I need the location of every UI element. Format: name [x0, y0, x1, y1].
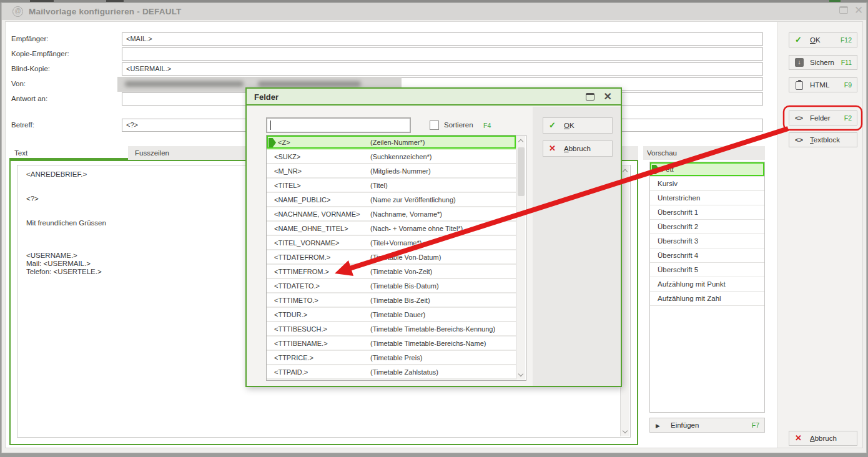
preview-style-item[interactable]: Überschrift 2: [650, 220, 764, 234]
field-row[interactable]: <TITEL_VORNAME> (Titel+Vorname*): [267, 236, 516, 250]
einfuegen-button[interactable]: ▶ Einfügen F7: [649, 418, 765, 433]
field-row[interactable]: <TTPRICE.> (Timetable Preis): [267, 351, 516, 365]
form-row: Empfänger: <MAIL.>: [11, 32, 763, 46]
angle-brackets-icon: <>: [795, 133, 806, 147]
fkey-label: F12: [841, 33, 852, 47]
abbruch-button[interactable]: ✕ Abbruch: [789, 431, 857, 446]
field-description: (Zeilen-Nummer*): [370, 135, 425, 150]
preview-style-item[interactable]: Aufzählung mit Zahl: [650, 292, 764, 306]
field-placeholder: <TTDUR.>: [274, 308, 307, 322]
input-value: <USERMAIL.>: [126, 65, 171, 72]
preview-style-item[interactable]: Überschrift 1: [650, 205, 764, 220]
field-description: (Timetable Zahlstatus): [370, 365, 438, 380]
scroll-up-icon: [518, 139, 523, 144]
sichern-button[interactable]: ↓ Sichern F11: [789, 55, 857, 70]
angle-brackets-icon: <>: [795, 111, 806, 125]
field-row[interactable]: <TTTIMETO.> (Timetable Bis-Zeit): [267, 293, 516, 308]
play-icon: ▶: [656, 419, 667, 433]
field-placeholder: <TITEL_VORNAME>: [274, 236, 340, 250]
field-row[interactable]: <M_NR> (Mitglieds-Nummer): [267, 164, 516, 179]
field-placeholder: <TTTIBESUCH.>: [274, 322, 327, 337]
field-description: (Timetable Timetable-Bereichs-Kennung): [370, 322, 495, 337]
button-label: Felder: [810, 111, 831, 125]
felder-dialog: Felder ✕ Sortieren F4 ✓ OK ✕ Abbruch <Z>…: [245, 87, 622, 387]
tab[interactable]: Text: [9, 146, 128, 160]
field-label: Kopie-Empfänger:: [11, 50, 69, 57]
maximize-icon[interactable]: [839, 6, 848, 14]
field-row[interactable]: <NACHNAME, VORNAME> (Nachname, Vorname*): [267, 207, 516, 222]
preview-style-item[interactable]: Kursiv: [650, 177, 764, 191]
field-placeholder: <NACHNAME, VORNAME>: [274, 207, 360, 222]
dialog-close-icon[interactable]: ✕: [604, 91, 612, 102]
preview-style-item[interactable]: Überschrift 4: [650, 248, 764, 263]
dialog-abbruch-button[interactable]: ✕ Abbruch: [543, 140, 613, 157]
dialog-ok-button[interactable]: ✓ OK: [543, 117, 613, 134]
field-description: (Timetable Bis-Datum): [370, 279, 439, 293]
field-row[interactable]: <Z> (Zeilen-Nummer*): [267, 135, 516, 150]
button-label: Abbruch: [810, 431, 837, 445]
dialog-title: Felder: [254, 92, 279, 102]
fkey-label: F11: [841, 56, 852, 69]
fkey-label: F7: [752, 418, 759, 432]
preview-style-item[interactable]: Fett: [650, 162, 764, 177]
html-button[interactable]: HTML F9: [789, 77, 857, 92]
preview-style-item[interactable]: Aufzählung mit Punkt: [650, 277, 764, 292]
cross-icon: ✕: [549, 141, 560, 156]
field-placeholder: <TTDATETO.>: [274, 279, 320, 293]
ok-button[interactable]: ✓ OK F12: [789, 32, 857, 47]
field-search-input[interactable]: [266, 117, 411, 133]
check-icon: ✓: [795, 33, 806, 47]
field-description: (Nachname, Vorname*): [370, 207, 442, 222]
field-row[interactable]: <TTPAID.> (Timetable Zahlstatus): [267, 365, 516, 380]
field-label: Antwort an:: [11, 95, 47, 102]
field-row[interactable]: <TTTIBESUCH.> (Timetable Timetable-Berei…: [267, 322, 516, 337]
field-row[interactable]: <TTDATETO.> (Timetable Bis-Datum): [267, 279, 516, 293]
dialog-maximize-icon[interactable]: [586, 93, 594, 101]
input-value: <?>: [126, 121, 138, 129]
preview-style-item[interactable]: Unterstrichen: [650, 191, 764, 205]
field-row[interactable]: <TTDATEFROM.> (Timetable Von-Datum): [267, 250, 516, 265]
field-row[interactable]: <TITEL> (Titel): [267, 179, 516, 193]
text-input[interactable]: <MAIL.>: [122, 32, 763, 46]
field-label: Von:: [11, 80, 26, 87]
scroll-down-icon: [623, 428, 628, 433]
preview-style-item[interactable]: Überschrift 5: [650, 263, 764, 277]
field-description: (Timetable Timetable-Bereichs-Name): [370, 337, 486, 351]
field-placeholder: <TTTIBENAME.>: [274, 337, 328, 351]
preview-header: Vorschau: [643, 146, 765, 160]
field-row[interactable]: <SUKZ> (Suchkennzeichen*): [267, 150, 516, 164]
textblock-button[interactable]: <> Textblock: [789, 132, 857, 147]
sortieren-checkbox[interactable]: [430, 120, 439, 130]
fields-scrollbar[interactable]: [516, 136, 525, 380]
field-placeholder: <TTPRICE.>: [274, 351, 313, 365]
form-row: Blind-Kopie: <USERMAIL.>: [11, 62, 763, 76]
preview-style-item[interactable]: Überschrift 3: [650, 234, 764, 248]
field-description: (Mitglieds-Nummer): [370, 164, 431, 179]
field-description: (Timetable Von-Datum): [370, 250, 441, 265]
field-row[interactable]: <TTTIMEFROM.> (Timetable Von-Zeit): [267, 265, 516, 279]
text-input[interactable]: <USERMAIL.>: [122, 62, 763, 76]
tab-label: Text: [14, 149, 27, 157]
close-icon[interactable]: ✕: [854, 4, 863, 17]
scrollbar-thumb[interactable]: [518, 147, 525, 196]
fkey-label: F2: [844, 111, 852, 125]
field-row[interactable]: <NAME_PUBLIC> (Name zur Veröffentlichung…: [267, 193, 516, 207]
text-input[interactable]: [122, 47, 763, 61]
preview-style-label: Überschrift 1: [658, 209, 698, 216]
preview-style-label: Aufzählung mit Punkt: [658, 280, 726, 288]
field-placeholder: <M_NR>: [274, 164, 302, 179]
field-label: Blind-Kopie:: [11, 65, 50, 72]
preview-style-label: Überschrift 3: [658, 237, 698, 245]
cross-icon: ✕: [795, 431, 806, 445]
tab[interactable]: Fusszeilen: [131, 146, 231, 160]
background-fragment: [106, 0, 124, 2]
field-row[interactable]: <TTDUR.> (Timetable Dauer): [267, 308, 516, 322]
field-row[interactable]: <TTTIBENAME.> (Timetable Timetable-Berei…: [267, 337, 516, 351]
field-placeholder: <NAME_OHNE_TITEL>: [274, 222, 348, 236]
field-placeholder: <Z>: [278, 135, 290, 150]
preview-style-label: Fett: [661, 165, 674, 173]
felder-button[interactable]: <> Felder F2: [789, 111, 857, 125]
button-label: Textblock: [810, 133, 840, 147]
fields-list: <Z> (Zeilen-Nummer*) <SUKZ> (Suchkennzei…: [266, 135, 526, 381]
field-row[interactable]: <NAME_OHNE_TITEL> (Nach- + Vorname ohne …: [267, 222, 516, 236]
